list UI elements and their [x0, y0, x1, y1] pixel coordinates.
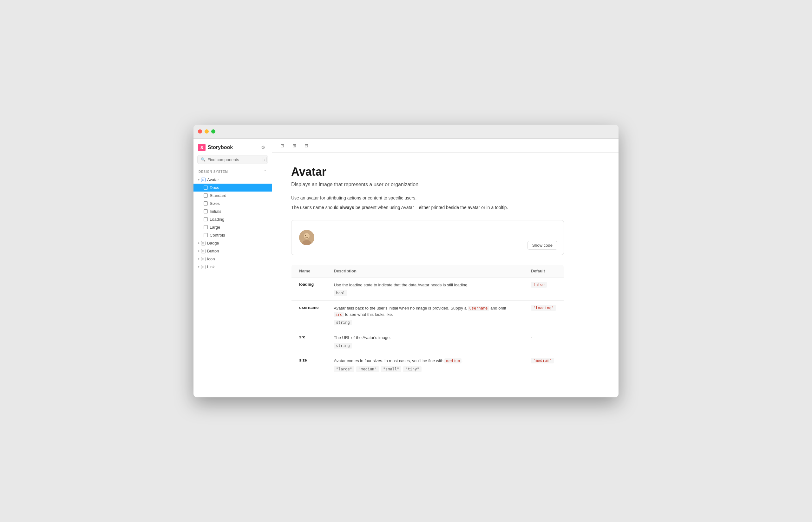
group-arrow-button: ▾	[197, 250, 200, 252]
group-arrow-icon: ▾	[197, 258, 200, 260]
group-icon-badge: ⊞	[201, 241, 205, 245]
sidebar-item-docs[interactable]: Docs	[194, 184, 272, 192]
size-desc-suffix: .	[461, 358, 463, 363]
prop-default-src: -	[531, 335, 532, 339]
toolbar-btn-grid[interactable]: ⊞	[289, 140, 299, 150]
prop-name-cell: src	[292, 330, 326, 353]
prop-desc-src: The URL of the Avatar's image.	[334, 335, 516, 341]
settings-button[interactable]: ⚙	[258, 143, 268, 152]
sidebar-item-label-docs: Docs	[210, 185, 219, 190]
prop-type-src: string	[334, 343, 352, 348]
props-table-body: loading Use the loading state to indicat…	[292, 277, 564, 377]
avatar-svg	[299, 230, 314, 245]
minimize-button[interactable]	[204, 129, 209, 134]
size-opt-large: "large"	[334, 366, 354, 372]
item-icon-initials	[204, 209, 208, 214]
prop-default-cell-src: -	[523, 330, 564, 353]
username-desc-prefix: Avatar falls back to the user's initial …	[334, 306, 468, 310]
group-icon-link: ⊞	[201, 265, 205, 269]
group-label-badge: Badge	[207, 241, 219, 245]
size-desc-prefix: Avatar comes in four sizes. In most case…	[334, 358, 444, 363]
col-description: Description	[326, 264, 523, 277]
section-toggle[interactable]: ⌃	[263, 170, 267, 174]
item-icon-sizes	[204, 201, 208, 205]
prop-default-cell-username: 'loading'	[523, 300, 564, 330]
right-panel: ⊡ ⊞ ⊟ Avatar Displays an image that repr…	[272, 139, 618, 397]
search-bar[interactable]: 🔍 /	[197, 155, 268, 164]
logo-text: Storybook	[208, 145, 233, 150]
table-row: size Avatar comes in four sizes. In most…	[292, 353, 564, 377]
prop-name-loading: loading	[299, 282, 314, 287]
sidebar-group-avatar: ▾ ⊞ Avatar Docs Standard Sizes	[194, 176, 272, 239]
sidebar-item-label-large: Large	[210, 225, 220, 229]
search-input[interactable]	[207, 157, 261, 162]
toolbar-btn-expand[interactable]: ⊟	[301, 140, 312, 150]
prop-desc-cell-src: The URL of the Avatar's image. string	[326, 330, 523, 353]
show-code-button[interactable]: Show code	[528, 241, 557, 249]
page-title: Avatar	[291, 165, 564, 179]
prop-desc-loading: Use the loading state to indicate that t…	[334, 282, 516, 288]
sidebar-group-header-badge[interactable]: ▾ ⊞ Badge	[194, 239, 272, 247]
main-content: Avatar Displays an image that represents…	[272, 153, 618, 397]
prop-desc-cell-size: Avatar comes in four sizes. In most case…	[326, 353, 523, 377]
prop-name-cell: username	[292, 300, 326, 330]
section-header: DESIGN SYSTEM ⌃	[194, 168, 272, 176]
sidebar-item-controls[interactable]: Controls	[194, 231, 272, 239]
username-code1: username	[468, 306, 490, 311]
size-opt-medium: "medium"	[356, 366, 379, 372]
prop-desc-size: Avatar comes in four sizes. In most case…	[334, 358, 516, 364]
prop-name-cell: loading	[292, 277, 326, 300]
sidebar-group-link: ▾ ⊞ Link	[194, 263, 272, 271]
sidebar-item-initials[interactable]: Initials	[194, 207, 272, 215]
prop-name-size: size	[299, 358, 307, 362]
sidebar-item-sizes[interactable]: Sizes	[194, 199, 272, 207]
item-icon-loading	[204, 217, 208, 221]
group-arrow-link: ▾	[197, 266, 200, 268]
sidebar-item-label-loading: Loading	[210, 217, 224, 222]
sidebar-item-label-controls: Controls	[210, 233, 225, 238]
app-body: S Storybook ⚙ 🔍 / DESIGN SYSTEM ⌃ ▾ ⊞ Av	[194, 139, 618, 397]
group-label-button: Button	[207, 249, 219, 254]
desc2-prefix: The user's name should	[291, 205, 340, 210]
prop-default-loading: false	[531, 282, 547, 288]
table-row: loading Use the loading state to indicat…	[292, 277, 564, 300]
logo-area: S Storybook	[198, 144, 233, 151]
prop-name-cell: size	[292, 353, 326, 377]
toolbar-btn-single[interactable]: ⊡	[277, 140, 288, 150]
props-table-header-row: Name Description Default	[292, 264, 564, 277]
group-label-link: Link	[207, 264, 215, 269]
search-icon: 🔍	[201, 157, 205, 162]
sidebar-group-header-button[interactable]: ▾ ⊞ Button	[194, 247, 272, 255]
item-icon-controls	[204, 233, 208, 237]
group-label-icon: Icon	[207, 257, 215, 261]
size-opt-small: "small"	[381, 366, 401, 372]
sidebar-header: S Storybook ⚙	[194, 139, 272, 155]
sidebar-item-large[interactable]: Large	[194, 223, 272, 231]
sidebar-item-standard[interactable]: Standard	[194, 192, 272, 199]
group-icon-button: ⊞	[201, 249, 205, 254]
preview-box: Show code	[291, 220, 564, 255]
prop-name-username: username	[299, 305, 318, 310]
maximize-button[interactable]	[211, 129, 215, 134]
sidebar-group-header-icon[interactable]: ▾ ⊞ Icon	[194, 255, 272, 263]
toolbar: ⊡ ⊞ ⊟	[272, 139, 618, 153]
prop-type-loading: bool	[334, 290, 347, 296]
table-row: src The URL of the Avatar's image. strin…	[292, 330, 564, 353]
sidebar-group-header-link[interactable]: ▾ ⊞ Link	[194, 263, 272, 271]
prop-type-username: string	[334, 320, 352, 325]
table-row: username Avatar falls back to the user's…	[292, 300, 564, 330]
main-inner: Avatar Displays an image that represents…	[272, 153, 583, 389]
page-desc1: Use an avatar for attributing actions or…	[291, 195, 564, 201]
group-icon-icon: ⊞	[201, 257, 205, 261]
prop-desc-cell-loading: Use the loading state to indicate that t…	[326, 277, 523, 300]
prop-default-size: 'medium'	[531, 358, 554, 363]
item-icon-large	[204, 225, 208, 229]
sidebar-group-header-avatar[interactable]: ▾ ⊞ Avatar	[194, 176, 272, 184]
sidebar-item-loading[interactable]: Loading	[194, 215, 272, 223]
close-button[interactable]	[198, 129, 202, 134]
page-desc2: The user's name should always be present…	[291, 204, 564, 211]
desc2-bold: always	[340, 205, 354, 210]
avatar-preview	[299, 230, 314, 245]
svg-point-4	[308, 235, 308, 236]
sidebar-item-label-initials: Initials	[210, 209, 221, 214]
